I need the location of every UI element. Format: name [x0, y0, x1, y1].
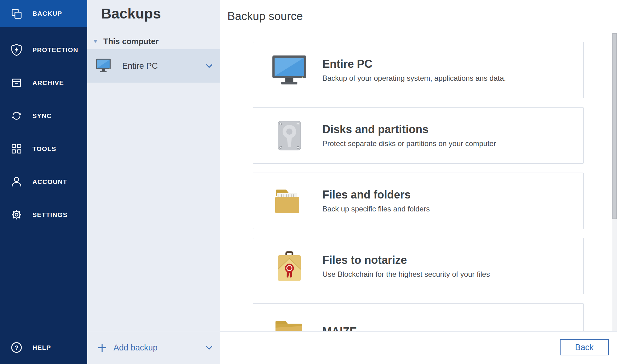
card-files-to-notarize[interactable]: Files to notarize Use Blockchain for the… [253, 238, 584, 294]
card-disks-and-partitions[interactable]: Disks and partitions Protect separate di… [253, 107, 584, 164]
tools-grid-icon [10, 142, 23, 155]
card-entire-pc[interactable]: Entire PC Backup of your operating syste… [253, 42, 584, 98]
sidebar-item-label: ARCHIVE [32, 79, 64, 87]
svg-text:?: ? [14, 344, 19, 351]
main-header: Backup source [220, 0, 617, 33]
card-maize[interactable]: MAIZE [253, 303, 584, 331]
backup-item-label: Entire PC [122, 61, 158, 71]
card-description: Back up specific files and folders [322, 205, 430, 213]
sidebar-item-tools[interactable]: TOOLS [0, 132, 87, 165]
sidebar-item-account[interactable]: ACCOUNT [0, 165, 87, 198]
scrollbar-track[interactable] [612, 33, 617, 331]
archive-box-icon [10, 76, 23, 89]
folder-files-icon [274, 188, 304, 214]
sidebar-item-archive[interactable]: ARCHIVE [0, 66, 87, 99]
plus-icon [97, 343, 107, 352]
backup-copy-icon [10, 7, 23, 20]
card-title: Files and folders [322, 188, 430, 201]
chevron-down-icon[interactable] [206, 64, 213, 68]
card-title: Entire PC [322, 58, 506, 71]
sidebar-item-label: SETTINGS [32, 211, 68, 219]
triangle-down-icon [93, 40, 98, 43]
help-question-icon: ? [10, 341, 23, 354]
card-title: Files to notarize [322, 254, 490, 267]
protection-shield-icon [10, 43, 23, 56]
sidebar-item-label: TOOLS [32, 145, 56, 153]
hard-disk-icon [277, 121, 301, 151]
add-backup-label: Add backup [114, 343, 158, 353]
backups-panel: Backups This computer Entire PC [87, 0, 220, 364]
card-description: Protect separate disks or partitions on … [322, 139, 496, 148]
group-label: This computer [103, 37, 159, 46]
back-button[interactable]: Back [560, 339, 609, 355]
app-window: BACKUP PROTECTION ARCHIVE [0, 0, 617, 364]
backup-source-list: Entire PC Backup of your operating syste… [220, 33, 617, 331]
sidebar-item-help[interactable]: ? HELP [0, 331, 87, 364]
backup-item-entire-pc[interactable]: Entire PC [87, 49, 220, 83]
sync-arrows-icon [10, 109, 23, 122]
group-this-computer[interactable]: This computer [93, 36, 159, 46]
sidebar-item-label: HELP [32, 344, 51, 351]
settings-gear-icon [10, 208, 23, 221]
card-title: Disks and partitions [322, 123, 496, 136]
sidebar-item-label: SYNC [32, 112, 52, 120]
card-description: Backup of your operating system, applica… [322, 74, 506, 83]
chevron-down-icon[interactable] [206, 346, 213, 350]
sidebar-item-settings[interactable]: SETTINGS [0, 198, 87, 231]
card-files-and-folders[interactable]: Files and folders Back up specific files… [253, 173, 584, 229]
sidebar-item-backup[interactable]: BACKUP [0, 0, 87, 27]
sidebar-item-sync[interactable]: SYNC [0, 99, 87, 132]
backups-panel-title: Backups [101, 5, 161, 22]
sidebar-item-label: ACCOUNT [32, 178, 67, 186]
main-area: Backup source Entire PC Bac [220, 0, 617, 364]
main-bottom-bar: Back [220, 331, 617, 364]
add-backup-button[interactable]: Add backup [87, 331, 220, 364]
scrollbar-thumb[interactable] [612, 33, 617, 219]
account-person-icon [10, 175, 23, 188]
sidebar: BACKUP PROTECTION ARCHIVE [0, 0, 87, 364]
card-description: Use Blockchain for the highest security … [322, 270, 490, 279]
sidebar-item-label: BACKUP [32, 10, 62, 17]
card-title: MAIZE [322, 325, 357, 332]
monitor-icon [96, 59, 113, 74]
folder-icon [274, 320, 304, 332]
notarize-seal-icon [277, 251, 302, 282]
sidebar-item-label: PROTECTION [32, 46, 78, 54]
sidebar-item-protection[interactable]: PROTECTION [0, 33, 87, 66]
page-title: Backup source [227, 10, 303, 23]
monitor-icon [272, 55, 307, 86]
